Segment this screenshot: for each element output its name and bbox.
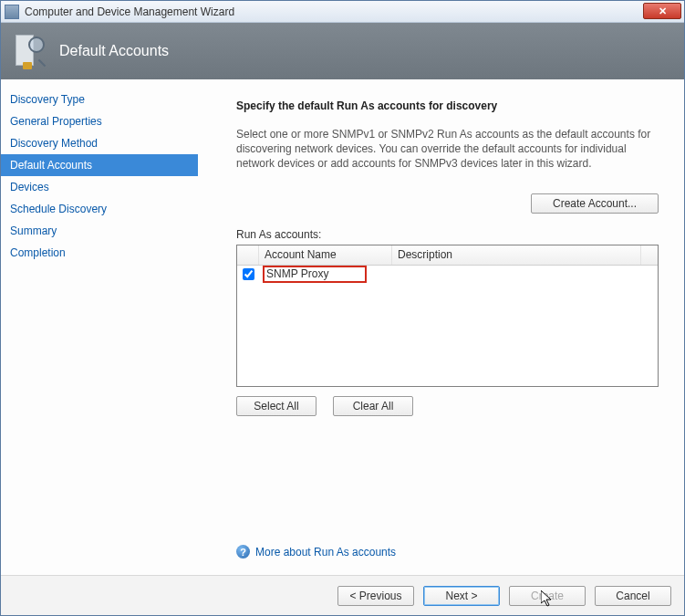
wizard-window: Computer and Device Management Wizard ✕ … [0, 0, 685, 616]
account-row-name: SNMP Proxy [263, 266, 367, 283]
wizard-banner-icon [16, 33, 47, 69]
more-about-link[interactable]: ? More about Run As accounts [236, 545, 396, 559]
column-checkbox[interactable] [237, 245, 259, 265]
clear-all-button[interactable]: Clear All [333, 396, 413, 416]
more-about-link-text: More about Run As accounts [255, 546, 396, 559]
step-devices[interactable]: Devices [1, 176, 198, 198]
grid-header: Account Name Description [237, 245, 658, 266]
wizard-content: Specify the default Run As accounts for … [198, 79, 684, 575]
account-row-checkbox-cell [237, 268, 259, 280]
account-row[interactable]: SNMP Proxy [237, 266, 658, 284]
app-icon [5, 5, 19, 19]
account-row-name-cell: SNMP Proxy [259, 266, 392, 285]
account-row-checkbox[interactable] [243, 268, 254, 280]
step-default-accounts[interactable]: Default Accounts [1, 154, 198, 176]
create-finish-button: Create [509, 586, 586, 606]
help-icon: ? [236, 545, 250, 559]
column-description[interactable]: Description [392, 245, 641, 265]
next-button[interactable]: Next > [423, 586, 500, 606]
page-heading: Specify the default Run As accounts for … [236, 99, 659, 112]
create-account-row: Create Account... [236, 193, 659, 214]
page-description: Select one or more SNMPv1 or SNMPv2 Run … [236, 127, 659, 172]
wizard-banner-title: Default Accounts [59, 43, 169, 59]
grid-body: SNMP Proxy [237, 266, 658, 386]
previous-button[interactable]: < Previous [337, 586, 414, 606]
wizard-steps-sidebar: Discovery Type General Properties Discov… [1, 79, 198, 575]
window-title: Computer and Device Management Wizard [25, 5, 234, 18]
step-schedule-discovery[interactable]: Schedule Discovery [1, 198, 198, 220]
titlebar: Computer and Device Management Wizard ✕ [1, 1, 684, 23]
step-discovery-method[interactable]: Discovery Method [1, 132, 198, 154]
step-completion[interactable]: Completion [1, 242, 198, 264]
step-general-properties[interactable]: General Properties [1, 110, 198, 132]
step-summary[interactable]: Summary [1, 220, 198, 242]
accounts-grid: Account Name Description SNMP Proxy [236, 245, 659, 387]
accounts-list-label: Run As accounts: [236, 228, 659, 241]
step-discovery-type[interactable]: Discovery Type [1, 89, 198, 110]
wizard-banner: Default Accounts [1, 23, 684, 79]
create-account-button[interactable]: Create Account... [531, 193, 659, 214]
select-all-button[interactable]: Select All [236, 396, 317, 416]
cancel-button[interactable]: Cancel [595, 586, 671, 606]
column-account-name[interactable]: Account Name [259, 245, 392, 265]
close-button[interactable]: ✕ [643, 3, 681, 19]
selection-buttons-row: Select All Clear All [236, 396, 659, 416]
wizard-footer: < Previous Next > Create Cancel [1, 575, 684, 615]
close-icon: ✕ [659, 5, 667, 17]
column-spacer [641, 245, 658, 265]
wizard-body: Discovery Type General Properties Discov… [1, 79, 684, 575]
